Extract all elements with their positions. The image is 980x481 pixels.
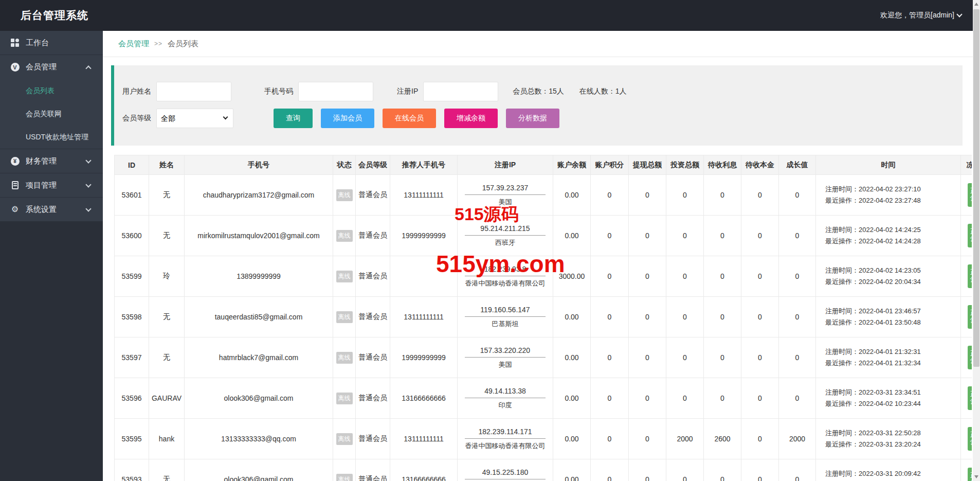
cell-action[interactable]: 正常 [961, 175, 972, 216]
table-row: 53596GAURAVolook306@gmail.com离线普通会员13166… [115, 378, 972, 419]
cell-invest-total: 0 [666, 175, 704, 216]
table-row: 53597无hatmrblack7@gmail.com离线普通会员1999999… [115, 337, 972, 378]
cell-register-ip: 49.14.113.38印度 [458, 378, 553, 419]
breadcrumb-section-link[interactable]: 会员管理 [118, 39, 149, 49]
status-normal-button[interactable]: 正常 [968, 183, 972, 207]
cell-referrer: 13111111111 [390, 175, 458, 216]
ip-address: 157.33.220.220 [465, 346, 546, 358]
cell-action[interactable]: 正常 [961, 337, 972, 378]
sidebar-item-system-settings[interactable]: ⚙ 系统设置 [0, 198, 103, 222]
sidebar-item-usdt-address[interactable]: USDT收款地址管理 [0, 126, 103, 149]
cell-withdraw-total: 0 [629, 297, 666, 337]
ip-location: 印度 [458, 398, 553, 410]
status-normal-button[interactable]: 正常 [968, 264, 972, 288]
cell-withdraw-total: 0 [629, 216, 666, 256]
cell-level: 普通会员 [356, 459, 390, 481]
status-normal-button[interactable]: 正常 [968, 427, 972, 451]
cell-referrer: 13166666666 [390, 378, 458, 419]
status-offline-badge: 离线 [336, 352, 353, 364]
cell-growth: 0 [779, 216, 816, 256]
cell-register-ip: 182.239.114.171香港中国移动香港有限公司 [458, 419, 553, 459]
cell-pending-interest: 0 [704, 378, 741, 419]
register-time: 注册时间：2022-04-02 23:27:10 [825, 184, 960, 195]
cell-register-ip: 119.160.56.147巴基斯坦 [458, 297, 553, 337]
cell-phone: chaudharyprizam3172@gmail.com [185, 175, 333, 216]
ip-location: 香港中国移动香港有限公司 [458, 439, 553, 451]
register-time: 注册时间：2022-04-01 23:46:57 [825, 306, 960, 317]
cell-time: 注册时间：2022-04-02 14:23:05最近操作：2022-04-02 … [816, 256, 961, 297]
cell-balance: 0.00 [553, 378, 591, 419]
online-members-button[interactable]: 在线会员 [383, 109, 436, 128]
sidebar-item-label: 工作台 [26, 38, 49, 48]
scrollbar-thumb[interactable] [973, 9, 979, 367]
sidebar-item-member-management[interactable]: V 会员管理 [0, 55, 103, 79]
cell-name: 无 [149, 337, 185, 378]
cell-id: 53600 [115, 216, 149, 256]
sidebar-item-project-management[interactable]: 项目管理 [0, 173, 103, 198]
phone-input[interactable] [298, 82, 373, 101]
cell-action[interactable]: 正常 [961, 419, 972, 459]
table-row: 53600无mirkomilrustamqulov2001@gmail.com离… [115, 216, 972, 256]
welcome-text: 欢迎您，管理员[admin] [880, 11, 954, 20]
last-operation-time: 最近操作：2022-04-02 10:23:44 [825, 398, 960, 409]
status-offline-badge: 离线 [336, 311, 353, 323]
cell-id: 53601 [115, 175, 149, 216]
cell-action[interactable]: 正常 [961, 216, 972, 256]
last-operation-time: 最近操作：2022-04-01 23:50:48 [825, 317, 960, 328]
adjust-balance-button[interactable]: 增减余额 [444, 109, 498, 128]
cell-status: 离线 [333, 459, 356, 481]
status-offline-badge: 离线 [336, 189, 353, 201]
app-window: 后台管理系统 欢迎您，管理员[admin] 工作台 V 会员管理 会员列表 会员… [0, 0, 980, 481]
cell-action[interactable]: 正常 [961, 297, 972, 337]
scroll-up-icon[interactable] [973, 0, 980, 8]
column-header: 成长值 [779, 155, 816, 175]
username-input[interactable] [156, 82, 231, 101]
cell-id: 53598 [115, 297, 149, 337]
sidebar-item-workbench[interactable]: 工作台 [0, 31, 103, 55]
status-normal-button[interactable]: 正常 [968, 305, 972, 329]
cell-invest-total: 0 [666, 297, 704, 337]
member-circle-icon: V [10, 63, 20, 72]
scroll-down-icon[interactable] [973, 473, 980, 481]
cell-points: 0 [591, 175, 629, 216]
cell-points: 0 [591, 459, 629, 481]
column-header: 会员等级 [356, 155, 390, 175]
cell-points: 0 [591, 337, 629, 378]
ip-location: 香港中国移动香港有限公司 [458, 276, 553, 288]
ip-location: 西班牙 [458, 236, 553, 247]
ip-location: 美国 [458, 195, 553, 207]
query-button[interactable]: 查询 [274, 109, 313, 128]
cell-phone: olook306@gamil.com [185, 459, 333, 481]
cell-action[interactable]: 正常 [961, 459, 972, 481]
cell-level: 普通会员 [356, 216, 390, 256]
cell-balance: 0.00 [553, 297, 591, 337]
main-content: 会员管理 >> 会员列表 用户姓名 手机号码 注册IP 会员总数：1 [103, 31, 973, 481]
status-normal-button[interactable]: 正常 [968, 224, 972, 247]
status-normal-button[interactable]: 正常 [968, 346, 972, 369]
cell-invest-total: 0 [666, 337, 704, 378]
ip-address: 157.39.23.237 [465, 184, 546, 195]
column-header: 时间 [816, 155, 961, 175]
sidebar-item-member-network[interactable]: 会员关联网 [0, 102, 103, 126]
cell-action[interactable]: 正常 [961, 378, 972, 419]
app-title: 后台管理系统 [21, 8, 88, 23]
register-ip-input[interactable] [423, 82, 498, 101]
cell-points: 0 [591, 378, 629, 419]
analyze-data-button[interactable]: 分析数据 [506, 109, 559, 128]
add-member-button[interactable]: 添加会员 [321, 109, 374, 128]
cell-action[interactable]: 正常 [961, 256, 972, 297]
status-normal-button[interactable]: 正常 [968, 468, 972, 481]
sidebar-item-member-list[interactable]: 会员列表 [0, 79, 103, 102]
vertical-scrollbar[interactable] [973, 0, 980, 481]
column-header: 账户积分 [591, 155, 629, 175]
register-time: 注册时间：2022-04-02 14:23:05 [825, 265, 960, 276]
user-menu[interactable]: 欢迎您，管理员[admin] [880, 11, 961, 20]
member-level-select[interactable]: 全部 [156, 109, 233, 128]
last-operation-time: 最近操作：2022-04-02 23:27:48 [825, 195, 960, 206]
cell-referrer: 19999999999 [390, 337, 458, 378]
cell-invest-total: 0 [666, 216, 704, 256]
cell-name: hank [149, 419, 185, 459]
ip-location: 印度 [458, 479, 553, 481]
status-normal-button[interactable]: 正常 [968, 386, 972, 410]
sidebar-item-finance-management[interactable]: ¥ 财务管理 [0, 149, 103, 173]
